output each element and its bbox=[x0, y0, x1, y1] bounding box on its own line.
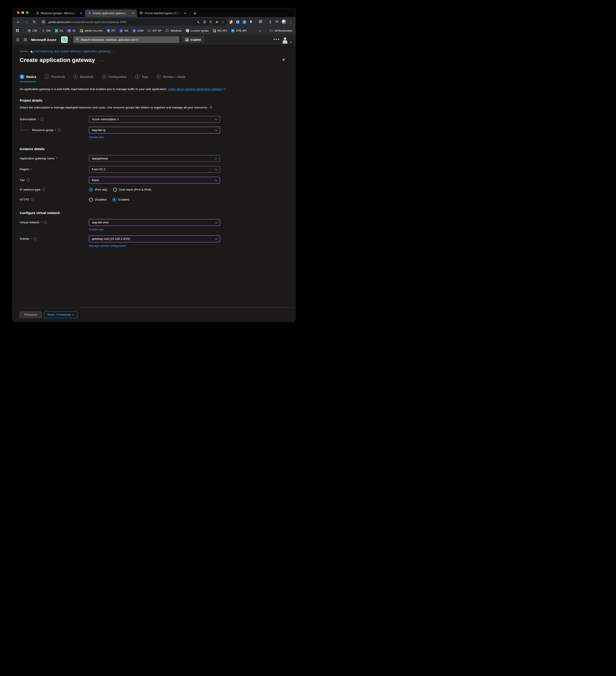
create-new-vnet-link[interactable]: Create new bbox=[89, 228, 104, 231]
breadcrumb-home-link[interactable]: Home bbox=[20, 50, 28, 53]
previous-button[interactable]: Previous bbox=[20, 312, 42, 318]
tab-frontends[interactable]: 2 Frontends bbox=[45, 74, 65, 82]
info-icon[interactable] bbox=[40, 118, 44, 121]
close-tab-icon[interactable]: ✕ bbox=[131, 11, 135, 15]
bookmark-cw[interactable]: ✦ CW bbox=[28, 29, 37, 32]
http2-enabled-option[interactable]: Enabled bbox=[112, 198, 129, 202]
tab-review-create[interactable]: 6 Review + create bbox=[157, 74, 185, 82]
search-side-panel-icon[interactable] bbox=[259, 20, 262, 24]
tab-resource-groups[interactable]: Resource groups - Microsoft ✕ bbox=[33, 9, 85, 17]
profile-avatar[interactable] bbox=[282, 19, 287, 24]
ipv4-only-option[interactable]: IPv4 only bbox=[89, 188, 107, 192]
radio-selected-icon bbox=[89, 188, 93, 192]
search-input[interactable] bbox=[81, 38, 177, 41]
hamburger-menu-icon[interactable] bbox=[23, 38, 27, 41]
minimize-window-button[interactable] bbox=[21, 11, 24, 14]
wizard-footer: Previous Next : Frontends > bbox=[13, 307, 295, 322]
vnet-create-new-row: Create new bbox=[89, 227, 288, 231]
info-icon[interactable] bbox=[26, 178, 29, 182]
virtual-network-dropdown[interactable]: aag-lab-vnet bbox=[89, 219, 220, 226]
forward-icon[interactable]: → bbox=[23, 19, 29, 25]
site-settings-icon[interactable] bbox=[41, 19, 46, 25]
waffle-dots-icon[interactable] bbox=[16, 38, 19, 42]
media-queue-icon[interactable] bbox=[275, 20, 279, 24]
tab-create-application-gateway[interactable]: Create application gateway - ✕ bbox=[85, 9, 137, 17]
mask-extension-icon[interactable]: ∞ bbox=[243, 20, 246, 24]
application-gateway-name-row: Application gateway name* appgateway ✓ bbox=[20, 155, 288, 162]
tab-backends[interactable]: 3 Backends bbox=[73, 74, 94, 82]
extensions-puzzle-icon[interactable] bbox=[249, 20, 253, 24]
azure-brand[interactable]: Microsoft Azure bbox=[31, 38, 56, 42]
bookmark-sw[interactable]: ⇅ SW bbox=[41, 29, 51, 32]
bookmark-pp[interactable]: P PP bbox=[107, 29, 116, 32]
bookmark-mg-api[interactable]: MG API bbox=[213, 29, 227, 32]
bookmark-ppe-api[interactable]: P PPE API bbox=[231, 29, 247, 32]
install-app-icon[interactable] bbox=[203, 20, 206, 24]
password-manager-extension-icon[interactable] bbox=[236, 20, 240, 24]
region-dropdown[interactable]: East US 2 bbox=[89, 166, 220, 173]
copilot-button[interactable]: Copilot bbox=[182, 36, 204, 43]
breadcrumb-app-gateways-link[interactable]: Load balancing and content delivery | Ap… bbox=[33, 50, 111, 53]
bookmark-admin-ms[interactable]: admin.ms.com bbox=[80, 29, 103, 32]
ip-address-type-row: IP address type IPv4 only Dual stack (IP… bbox=[20, 188, 288, 192]
new-tab-button[interactable]: + bbox=[193, 11, 197, 15]
url-path: /#create/Microsoft.ApplicationGateway-AR… bbox=[70, 20, 194, 24]
browser-menu-icon[interactable]: ⋮ bbox=[290, 20, 293, 24]
dual-stack-option[interactable]: Dual stack (IPv4 & IPv6) bbox=[113, 188, 151, 192]
bookmark-star-icon[interactable]: ☆ bbox=[222, 20, 224, 24]
launch-button[interactable]: ↑ bbox=[61, 36, 68, 43]
hide-eye-icon[interactable] bbox=[215, 20, 219, 24]
http2-options: Disabled Enabled bbox=[89, 198, 129, 202]
radio-unselected-icon bbox=[89, 198, 93, 202]
manage-subnet-configuration-link[interactable]: Manage subnet configuration bbox=[89, 244, 126, 247]
subnet-label: Subnet* bbox=[20, 237, 89, 241]
tab-configuration[interactable]: 4 Configuration bbox=[102, 74, 127, 82]
http2-disabled-option[interactable]: Disabled bbox=[89, 198, 107, 202]
translate-off-icon[interactable] bbox=[197, 20, 200, 24]
required-asterisk: * bbox=[54, 128, 56, 132]
info-icon[interactable] bbox=[31, 198, 34, 201]
privacy-badger-extension-icon[interactable] bbox=[229, 20, 233, 24]
subnet-dropdown[interactable]: gateway-sub (10.128.1.0/24) bbox=[89, 235, 220, 242]
bookmarks-overflow-icon[interactable]: » bbox=[259, 29, 261, 33]
reload-icon[interactable]: ↻ bbox=[31, 19, 38, 25]
back-icon[interactable]: ← bbox=[15, 19, 21, 25]
account-avatar[interactable] bbox=[285, 36, 292, 43]
learn-about-link[interactable]: Learn about creating application gateway bbox=[168, 88, 223, 91]
application-gateway-name-input[interactable]: appgateway bbox=[89, 155, 220, 162]
valid-check-icon: ✓ bbox=[214, 157, 218, 161]
zoom-window-button[interactable] bbox=[26, 11, 28, 14]
info-icon[interactable] bbox=[58, 128, 61, 132]
azure-search[interactable] bbox=[73, 36, 179, 43]
close-window-button[interactable] bbox=[17, 11, 20, 14]
bookmark-usm[interactable]: u USM bbox=[132, 29, 143, 32]
info-icon[interactable] bbox=[44, 221, 47, 224]
info-icon[interactable] bbox=[34, 237, 37, 240]
info-icon[interactable] bbox=[42, 188, 45, 191]
bookmark-lucene-syntax[interactable]: S Lucene syntax bbox=[186, 29, 209, 32]
bookmark-folder-int-sp[interactable]: INT SP bbox=[147, 29, 161, 33]
close-tab-icon[interactable]: ✕ bbox=[79, 11, 83, 15]
apps-grid-icon[interactable] bbox=[16, 29, 19, 33]
next-frontends-button[interactable]: Next : Frontends > bbox=[44, 312, 77, 318]
subscription-dropdown[interactable]: Azure subscription 1 bbox=[89, 116, 220, 123]
all-bookmarks-button[interactable]: All Bookmarks bbox=[270, 29, 292, 33]
bookmark-na[interactable]: u NA bbox=[120, 29, 128, 32]
more-actions-icon[interactable]: ··· bbox=[100, 59, 104, 63]
create-new-resource-group-link[interactable]: Create new bbox=[89, 135, 104, 139]
resource-group-dropdown[interactable]: aag-lab-rg bbox=[89, 127, 220, 133]
tab-nginx[interactable]: You've reached nginx1 (20.97 ✕ bbox=[137, 9, 189, 17]
close-blade-icon[interactable]: ✕ bbox=[282, 58, 285, 62]
tab-basics[interactable]: 1 Basics bbox=[20, 74, 36, 82]
tab-separator bbox=[190, 11, 190, 15]
tier-dropdown[interactable]: Basic bbox=[89, 177, 220, 183]
bookmark-folder-windows[interactable]: Windows bbox=[166, 29, 182, 33]
downloads-icon[interactable] bbox=[268, 20, 272, 24]
header-overflow-icon[interactable]: ••• bbox=[273, 38, 280, 42]
tab-tags[interactable]: 5 Tags bbox=[135, 74, 148, 82]
zoom-icon[interactable] bbox=[209, 20, 212, 24]
bookmark-s1[interactable]: S S1 bbox=[67, 29, 76, 32]
address-bar[interactable]: portal.azure.com /#create/Microsoft.Appl… bbox=[40, 18, 228, 25]
close-tab-icon[interactable]: ✕ bbox=[183, 11, 187, 15]
bookmark-n1[interactable]: n N1 bbox=[55, 29, 63, 32]
